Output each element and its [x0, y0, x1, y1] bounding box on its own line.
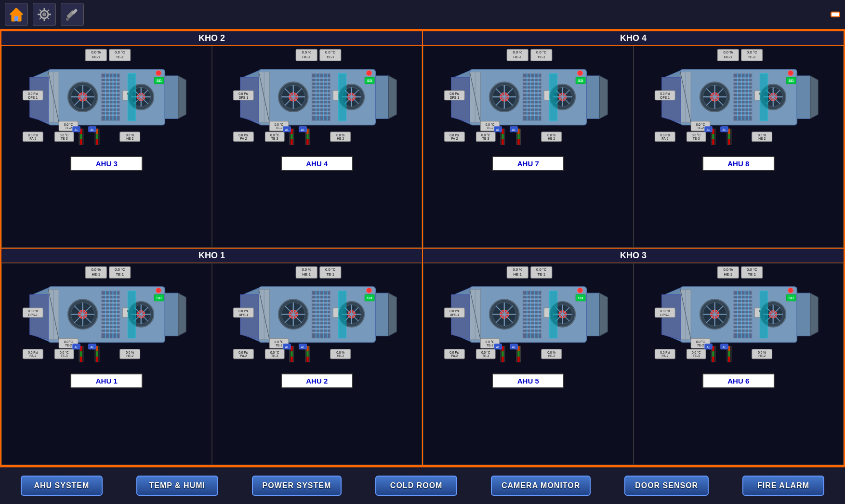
svg-point-432	[366, 288, 371, 293]
svg-rect-457	[306, 351, 308, 357]
nav-btn-camera-monitor[interactable]: CAMERA MONITOR	[491, 476, 591, 496]
svg-rect-352	[101, 332, 120, 333]
svg-rect-196	[523, 100, 541, 101]
svg-text:0.0 Psi: 0.0 Psi	[449, 309, 460, 313]
svg-text:HE-1: HE-1	[513, 55, 522, 59]
svg-rect-276	[733, 115, 752, 116]
svg-rect-43	[101, 96, 120, 97]
svg-text:0.0 %: 0.0 %	[336, 351, 344, 354]
ahu-diagram-ahu7: 0.0 % HE-1 0.0 °C TE-1	[425, 48, 631, 154]
ahu-label-ahu4[interactable]: AHU 4	[281, 156, 353, 171]
svg-text:AL: AL	[706, 128, 710, 132]
ahu-label-ahu5[interactable]: AHU 5	[492, 373, 564, 388]
svg-text:0.0 Psi: 0.0 Psi	[660, 309, 670, 313]
svg-text:TE-1: TE-1	[326, 272, 334, 277]
svg-text:AL: AL	[301, 128, 304, 132]
svg-line-8	[40, 10, 41, 12]
svg-rect-394	[128, 291, 136, 338]
svg-rect-419	[312, 298, 330, 300]
ahu-unit-ahu6[interactable]: 0.0 % HE-1 0.0 °C TE-1	[634, 263, 844, 465]
ahu-label-ahu6[interactable]: AHU 6	[702, 373, 775, 388]
svg-text:0.0 °C: 0.0 °C	[325, 267, 336, 272]
svg-text:0.0 Psi: 0.0 Psi	[660, 351, 670, 354]
svg-rect-423	[312, 313, 330, 315]
svg-text:HE-2: HE-2	[337, 137, 344, 140]
svg-text:HE-1: HE-1	[302, 55, 311, 59]
svg-text:AL: AL	[512, 128, 516, 132]
nav-btn-door-sensor[interactable]: DOOR SENSOR	[624, 476, 709, 496]
svg-text:PA-2: PA-2	[240, 137, 247, 140]
svg-rect-470	[338, 291, 346, 338]
nav-btn-temp-humi[interactable]: TEMP & HUMI	[136, 476, 218, 496]
svg-rect-534	[517, 357, 519, 362]
ahu-label-ahu3[interactable]: AHU 3	[70, 156, 143, 171]
ahu-unit-ahu7[interactable]: 0.0 % HE-1 0.0 °C TE-1	[423, 46, 634, 248]
ahu-diagram-ahu8: 0.0 % HE-1 0.0 °C TE-1	[636, 48, 842, 154]
svg-line-10	[47, 10, 49, 12]
svg-rect-117	[312, 89, 330, 90]
svg-rect-496	[523, 302, 541, 304]
svg-text:DPS-1: DPS-1	[238, 96, 248, 99]
svg-text:DPS-1: DPS-1	[450, 96, 460, 99]
settings1-button[interactable]	[33, 3, 56, 26]
nav-btn-cold-room[interactable]: COLD ROOM	[375, 476, 457, 496]
svg-rect-120	[312, 100, 330, 101]
home-button[interactable]	[5, 3, 28, 26]
svg-rect-203	[586, 76, 600, 119]
svg-text:0.0 Psi: 0.0 Psi	[238, 309, 249, 313]
section-title-kho1: KHO 1	[1, 249, 422, 263]
svg-rect-378	[80, 357, 82, 362]
header	[0, 0, 845, 30]
ahu-label-ahu8[interactable]: AHU 8	[702, 156, 775, 171]
svg-text:HE-2: HE-2	[337, 354, 344, 358]
ahu-unit-ahu3[interactable]: 0.0 % HE-1 0.0 °C TE-1	[1, 46, 212, 248]
section-kho4: KHO 4 0.0 % HE-1 0.0 °C TE-1	[422, 31, 844, 248]
nav-btn-fire-alarm[interactable]: FIRE ALARM	[742, 476, 824, 496]
svg-rect-495	[523, 298, 541, 300]
svg-text:0.0 °C: 0.0 °C	[696, 340, 705, 344]
svg-point-14	[66, 18, 69, 21]
svg-text:TE-3: TE-3	[271, 354, 278, 358]
svg-rect-266	[733, 78, 752, 79]
svg-text:0.0 Psi: 0.0 Psi	[28, 351, 38, 354]
ahu-unit-ahu8[interactable]: 0.0 % HE-1 0.0 °C TE-1	[634, 46, 844, 248]
ahu-unit-ahu4[interactable]: 0.0 % HE-1 0.0 °C TE-1	[212, 46, 422, 248]
svg-text:TE-1: TE-1	[537, 272, 545, 277]
ahu-unit-ahu5[interactable]: 0.0 % HE-1 0.0 °C TE-1	[423, 263, 634, 465]
svg-rect-271	[733, 96, 752, 97]
svg-text:TE-3: TE-3	[271, 137, 278, 140]
ahu-label-ahu1[interactable]: AHU 1	[70, 373, 143, 388]
svg-text:0.0 °C: 0.0 °C	[115, 267, 125, 272]
nav-btn-ahu-system[interactable]: AHU SYSTEM	[21, 476, 103, 496]
svg-text:TE-1: TE-1	[748, 55, 756, 59]
section-kho3: KHO 3 0.0 % HE-1 0.0 °C TE-1	[422, 248, 844, 465]
svg-text:TE-1: TE-1	[537, 55, 545, 59]
svg-rect-503	[523, 328, 541, 330]
svg-text:SD: SD	[367, 79, 372, 83]
svg-text:AL: AL	[706, 345, 710, 349]
svg-rect-300	[712, 129, 714, 134]
svg-rect-46	[101, 107, 120, 108]
ahu-diagram-ahu2: 0.0 % HE-1 0.0 °C TE-1	[214, 265, 420, 371]
svg-rect-122	[312, 107, 330, 108]
ahu-row-kho4: 0.0 % HE-1 0.0 °C TE-1	[423, 46, 844, 248]
svg-rect-301	[712, 134, 714, 139]
settings2-button[interactable]	[61, 3, 84, 26]
svg-rect-504	[523, 332, 541, 333]
svg-rect-604	[712, 346, 714, 351]
ahu-label-ahu7[interactable]: AHU 7	[492, 156, 564, 171]
ahu-unit-ahu1[interactable]: 0.0 % HE-1 0.0 °C TE-1	[1, 263, 212, 465]
nav-btn-power-system[interactable]: POWER SYSTEM	[252, 476, 342, 496]
svg-text:HE-2: HE-2	[548, 354, 555, 358]
svg-rect-197	[523, 103, 541, 105]
svg-rect-41	[101, 89, 120, 90]
svg-text:0.0 Psi: 0.0 Psi	[28, 92, 38, 95]
section-kho2: KHO 2 0.0 % HE-1 0.0 °C TE-1	[1, 31, 422, 248]
svg-rect-48	[101, 115, 120, 116]
svg-rect-198	[523, 107, 541, 108]
header-icons	[5, 3, 84, 26]
ahu-unit-ahu2[interactable]: 0.0 % HE-1 0.0 °C TE-1	[212, 263, 422, 465]
ahu-label-ahu2[interactable]: AHU 2	[281, 373, 353, 388]
svg-rect-343	[101, 298, 120, 300]
svg-rect-453	[290, 351, 292, 357]
